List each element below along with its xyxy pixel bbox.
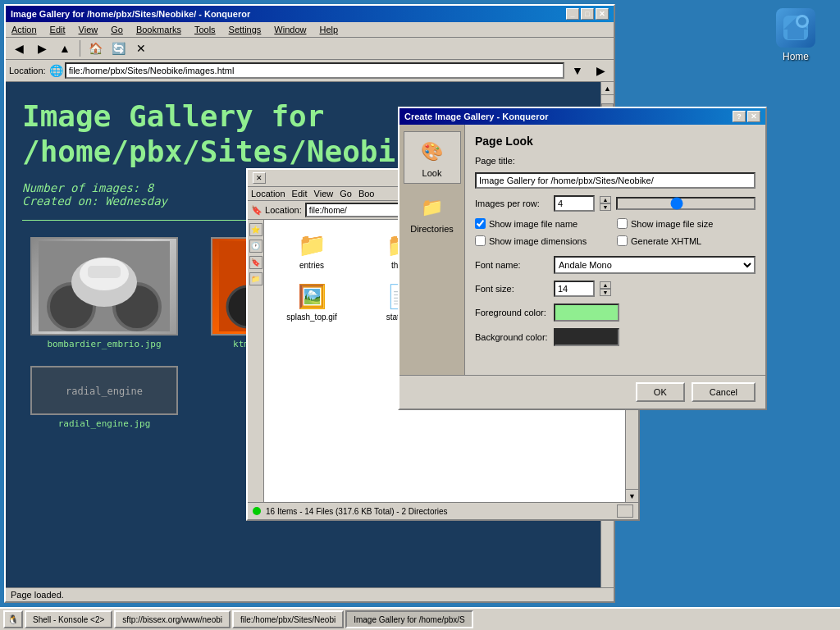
taskbar-item-gallery[interactable]: Image Gallery for /home/pbx/S xyxy=(345,610,473,628)
location-dropdown-btn[interactable]: ▼ xyxy=(568,62,587,80)
created-label: Created on: xyxy=(22,194,105,208)
menu-tools[interactable]: Tools xyxy=(192,24,218,35)
menu-window[interactable]: Window xyxy=(272,24,308,35)
forward-button[interactable]: ▶ xyxy=(32,39,52,57)
checkboxes-grid: Show image file name Show image file siz… xyxy=(475,218,756,249)
dialog-cancel-btn[interactable]: Cancel xyxy=(692,382,756,402)
fm-location-label: 🔖 Location: xyxy=(251,205,302,216)
menu-go[interactable]: Go xyxy=(108,24,126,35)
images-per-row-slider[interactable] xyxy=(616,197,756,210)
location-go-btn[interactable]: ▶ xyxy=(591,62,610,80)
main-maximize-btn[interactable]: □ xyxy=(581,8,594,20)
svg-rect-9 xyxy=(88,266,121,278)
font-name-select[interactable]: Andale Mono Arial Courier New Times New … xyxy=(554,256,756,274)
images-per-row-input[interactable] xyxy=(554,195,595,212)
bg-color-label: Background color: xyxy=(475,332,549,342)
fm-statusbar-btn[interactable] xyxy=(617,504,633,518)
main-menubar: Action Edit View Go Bookmarks Tools Sett… xyxy=(6,22,614,38)
fm-file-entries[interactable]: 📁 entries xyxy=(271,226,353,272)
dialog-close-btn[interactable]: ✕ xyxy=(747,111,760,122)
main-window-buttons: _ □ ✕ xyxy=(566,8,609,20)
show-filesize-checkbox[interactable] xyxy=(617,218,628,229)
bg-color-swatch[interactable] xyxy=(554,328,619,346)
up-button[interactable]: ▲ xyxy=(55,39,75,57)
dialog-section-title: Page Look xyxy=(475,135,756,148)
directories-tab-label: Directories xyxy=(410,224,454,234)
location-bar: Location: 🌐 ▼ ▶ xyxy=(6,60,614,82)
fm-menu-go[interactable]: Go xyxy=(340,189,352,199)
menu-settings[interactable]: Settings xyxy=(226,24,264,35)
show-filename-checkbox[interactable] xyxy=(475,218,486,229)
svg-text:radial_engine: radial_engine xyxy=(66,386,143,397)
spinner-up[interactable]: ▲ xyxy=(600,196,611,203)
dialog-ok-btn[interactable]: OK xyxy=(636,382,685,402)
scrollbar-up-btn[interactable]: ▲ xyxy=(601,82,614,95)
fm-file-label-entries: entries xyxy=(299,261,324,270)
slider-container xyxy=(616,197,756,210)
page-title-input[interactable] xyxy=(475,172,756,189)
dialog-tab-directories[interactable]: 📁 Directories xyxy=(404,187,461,240)
location-label: Location: xyxy=(9,66,46,75)
fm-nav-btn-4[interactable]: 📁 xyxy=(249,272,262,285)
show-dimensions-row: Show image dimensions xyxy=(475,235,614,246)
fm-menu-location[interactable]: Location xyxy=(251,189,285,199)
menu-bookmarks[interactable]: Bookmarks xyxy=(134,24,184,35)
back-button[interactable]: ◀ xyxy=(9,39,29,57)
main-close-btn[interactable]: ✕ xyxy=(596,8,609,20)
home-desktop-icon[interactable]: Home xyxy=(776,8,815,62)
dialog-help-btn[interactable]: ? xyxy=(733,111,746,122)
menu-view[interactable]: View xyxy=(76,24,101,35)
fm-menu-edit[interactable]: Edit xyxy=(292,189,308,199)
fm-nav-btn-3[interactable]: 🔖 xyxy=(249,256,262,269)
generate-xhtml-checkbox[interactable] xyxy=(617,235,628,246)
dialog-body: 🎨 Look 📁 Directories Page Look Page titl… xyxy=(399,125,765,375)
font-size-input[interactable] xyxy=(554,281,595,297)
menu-action[interactable]: Action xyxy=(9,24,39,35)
spinner-down[interactable]: ▼ xyxy=(600,203,611,211)
location-input[interactable] xyxy=(65,62,564,79)
show-dimensions-label: Show image dimensions xyxy=(489,236,587,246)
fm-file-icon-entries: 📁 xyxy=(295,228,328,261)
stop-button[interactable]: ✕ xyxy=(131,39,151,57)
fg-color-swatch[interactable] xyxy=(554,304,619,322)
dialog-content-area: Page Look Page title: Images per row: ▲ … xyxy=(465,125,765,375)
dialog-tab-look[interactable]: 🎨 Look xyxy=(404,131,461,184)
show-dimensions-checkbox[interactable] xyxy=(475,235,486,246)
main-title: Image Gallery for /home/pbx/Sites/Neobik… xyxy=(11,9,250,19)
fm-nav-sidebar: ⭐ 🕐 🔖 📁 xyxy=(248,220,264,502)
fm-menu-boo[interactable]: Boo xyxy=(358,189,375,199)
fm-nav-btn-1[interactable]: ⭐ xyxy=(249,223,262,236)
dialog-buttons: OK Cancel xyxy=(399,375,765,409)
font-size-row: Font size: ▲ ▼ xyxy=(475,281,756,297)
taskbar-item-shell[interactable]: Shell - Konsole <2> xyxy=(25,610,112,628)
fm-scroll-down[interactable]: ▼ xyxy=(626,489,638,502)
num-images-label: Number of images: xyxy=(22,181,147,194)
show-filesize-row: Show image file size xyxy=(617,218,756,229)
show-filename-row: Show image file name xyxy=(475,218,614,229)
reload-button[interactable]: 🔄 xyxy=(108,39,128,57)
taskbar-item-sftp[interactable]: sftp://bissex.org/www/neobi xyxy=(114,610,231,628)
bg-color-row: Background color: xyxy=(475,328,756,346)
toolbar-separator-1 xyxy=(80,40,80,57)
menu-help[interactable]: Help xyxy=(317,24,340,35)
fm-menu-view[interactable]: View xyxy=(314,189,334,199)
fg-color-row: Foreground color: xyxy=(475,304,756,322)
home-button[interactable]: 🏠 xyxy=(85,39,105,57)
fm-nav-btn-2[interactable]: 🕐 xyxy=(249,240,262,253)
font-size-spinner-up[interactable]: ▲ xyxy=(600,281,611,289)
taskbar-start-btn[interactable]: 🐧 xyxy=(3,610,23,628)
images-per-row-label: Images per row: xyxy=(475,199,549,208)
generate-xhtml-row: Generate XHTML xyxy=(617,235,756,246)
dialog-title: Create Image Gallery - Konqueror xyxy=(404,112,548,121)
images-per-row-spinner: ▲ ▼ xyxy=(600,196,611,211)
images-per-row-row: Images per row: ▲ ▼ xyxy=(475,195,756,212)
fm-file-splash[interactable]: 🖼️ splash_top.gif xyxy=(271,278,353,323)
menu-edit[interactable]: Edit xyxy=(48,24,68,35)
main-minimize-btn[interactable]: _ xyxy=(566,8,579,20)
statusbar-text: Page loaded. xyxy=(11,590,64,600)
taskbar-item-file[interactable]: file:/home/pbx/Sites/Neobi xyxy=(232,610,344,628)
directories-tab-icon: 📁 xyxy=(418,193,447,222)
font-size-spinner-down[interactable]: ▼ xyxy=(600,289,611,296)
svg-point-3 xyxy=(798,17,806,25)
fm-close-btn[interactable]: ✕ xyxy=(253,172,266,184)
